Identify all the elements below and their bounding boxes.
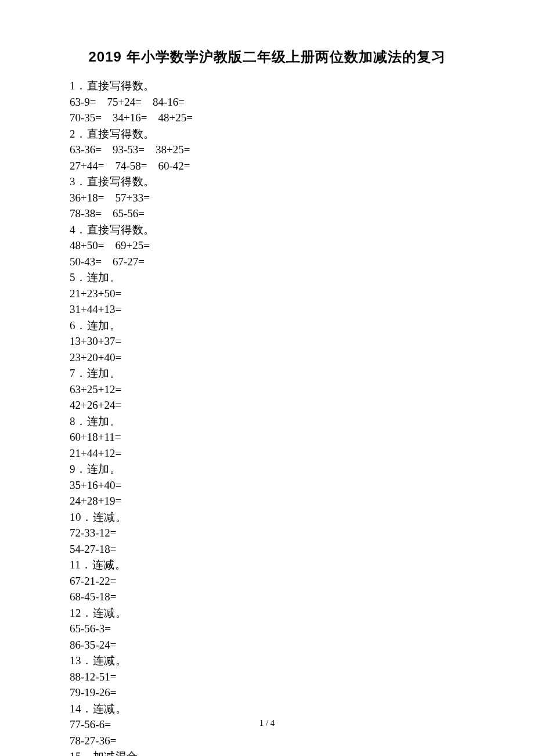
equation: 23+20+40= — [70, 351, 121, 363]
equation-row: 48+50= 69+25= — [70, 237, 464, 254]
section-prompt: 15．加减混合。 — [70, 748, 464, 756]
equation: 67-21-22= — [70, 575, 116, 587]
equation: 72-33-12= — [70, 527, 116, 539]
equation-row: 67-21-22= — [70, 573, 464, 589]
equation: 21+23+50= — [70, 287, 121, 300]
equation: 48+50= — [70, 239, 104, 251]
section-prompt: 11．连减。 — [70, 557, 464, 573]
equation: 35+16+40= — [70, 479, 121, 491]
equation-row: 42+26+24= — [70, 397, 464, 413]
equation-row: 24+28+19= — [70, 493, 464, 509]
section-prompt: 1．直接写得数。 — [70, 78, 464, 94]
equation-row: 63-36= 93-53= 38+25= — [70, 142, 464, 158]
equation-row: 50-43= 67-27= — [70, 254, 464, 270]
equation-row: 72-33-12= — [70, 525, 464, 541]
equation: 21+44+12= — [70, 447, 121, 459]
equation: 31+44+13= — [70, 303, 121, 315]
equation: 63+25+12= — [70, 383, 121, 395]
equation: 65-56= — [113, 207, 145, 219]
section-prompt: 14．连减。 — [70, 701, 464, 717]
section-prompt: 8．连加。 — [70, 413, 464, 430]
section-prompt: 10．连减。 — [70, 509, 464, 525]
equation: 70-35= — [70, 111, 102, 124]
gap — [102, 207, 113, 219]
equation-row: 79-19-26= — [70, 685, 464, 701]
gap — [104, 239, 115, 251]
equation-row: 63+25+12= — [70, 381, 464, 398]
equation: 86-35-24= — [70, 639, 116, 651]
equation: 54-27-18= — [70, 543, 116, 555]
gap — [142, 96, 153, 108]
equation: 13+30+37= — [70, 335, 121, 347]
equation: 69+25= — [115, 239, 149, 251]
section-prompt: 13．连减。 — [70, 653, 464, 669]
equation-row: 70-35= 34+16= 48+25= — [70, 110, 464, 126]
equation: 48+25= — [158, 111, 192, 124]
section-prompt: 9．连加。 — [70, 461, 464, 477]
gap — [145, 143, 156, 156]
gap — [147, 160, 158, 172]
equation: 42+26+24= — [70, 399, 121, 411]
equation: 84-16= — [153, 96, 185, 108]
equation-row: 60+18+11= — [70, 429, 464, 445]
section-prompt: 2．直接写得数。 — [70, 126, 464, 142]
equation: 75+24= — [107, 96, 142, 108]
gap — [104, 160, 115, 172]
equation-row: 36+18= 57+33= — [70, 190, 464, 206]
gap — [102, 111, 113, 124]
equation-row: 78-38= 65-56= — [70, 206, 464, 222]
equation-row: 54-27-18= — [70, 541, 464, 557]
section-prompt: 12．连减。 — [70, 605, 464, 621]
section-prompt: 4．直接写得数。 — [70, 222, 464, 238]
gap — [102, 255, 113, 268]
gap — [104, 192, 115, 204]
equation-row: 21+44+12= — [70, 445, 464, 462]
equation: 68-45-18= — [70, 591, 116, 603]
equation: 24+28+19= — [70, 495, 121, 507]
equation: 79-19-26= — [70, 686, 116, 699]
section-prompt: 3．直接写得数。 — [70, 174, 464, 190]
equation: 67-27= — [113, 255, 145, 268]
equation: 63-9= — [70, 96, 96, 108]
page-footer: 1 / 4 — [0, 718, 534, 728]
gap — [96, 96, 107, 108]
equation: 78-38= — [70, 207, 102, 219]
equation: 65-56-3= — [70, 622, 111, 635]
equation: 88-12-51= — [70, 671, 116, 683]
equation-row: 78-27-36= — [70, 733, 464, 749]
equation: 93-53= — [113, 143, 145, 156]
equation: 36+18= — [70, 192, 104, 204]
equation-row: 31+44+13= — [70, 301, 464, 318]
equation: 78-27-36= — [70, 735, 116, 747]
equation-row: 68-45-18= — [70, 589, 464, 605]
equation-row: 63-9= 75+24= 84-16= — [70, 94, 464, 110]
equation-row: 86-35-24= — [70, 637, 464, 653]
section-prompt: 5．连加。 — [70, 269, 464, 286]
equation: 50-43= — [70, 255, 102, 268]
page-root: 2019 年小学数学沪教版二年级上册两位数加减法的复习 1．直接写得数。 63-… — [0, 0, 534, 756]
equation-row: 13+30+37= — [70, 333, 464, 350]
equation: 60+18+11= — [70, 431, 121, 443]
equation: 60-42= — [158, 160, 190, 172]
section-prompt: 6．连加。 — [70, 318, 464, 334]
equation: 74-58= — [115, 160, 147, 172]
equation-row: 88-12-51= — [70, 669, 464, 685]
equation: 38+25= — [156, 143, 190, 156]
worksheet-content: 1．直接写得数。 63-9= 75+24= 84-16= 70-35= 34+1… — [70, 78, 464, 756]
equation-row: 27+44= 74-58= 60-42= — [70, 158, 464, 174]
equation: 27+44= — [70, 160, 104, 172]
equation-row: 35+16+40= — [70, 477, 464, 494]
section-prompt: 7．连加。 — [70, 365, 464, 381]
equation-row: 23+20+40= — [70, 350, 464, 366]
equation: 63-36= — [70, 143, 102, 156]
equation: 57+33= — [115, 192, 149, 204]
gap — [102, 143, 113, 156]
equation-row: 65-56-3= — [70, 621, 464, 637]
page-title: 2019 年小学数学沪教版二年级上册两位数加减法的复习 — [70, 48, 464, 66]
equation: 34+16= — [113, 111, 147, 124]
equation-row: 21+23+50= — [70, 286, 464, 302]
gap — [147, 111, 158, 124]
